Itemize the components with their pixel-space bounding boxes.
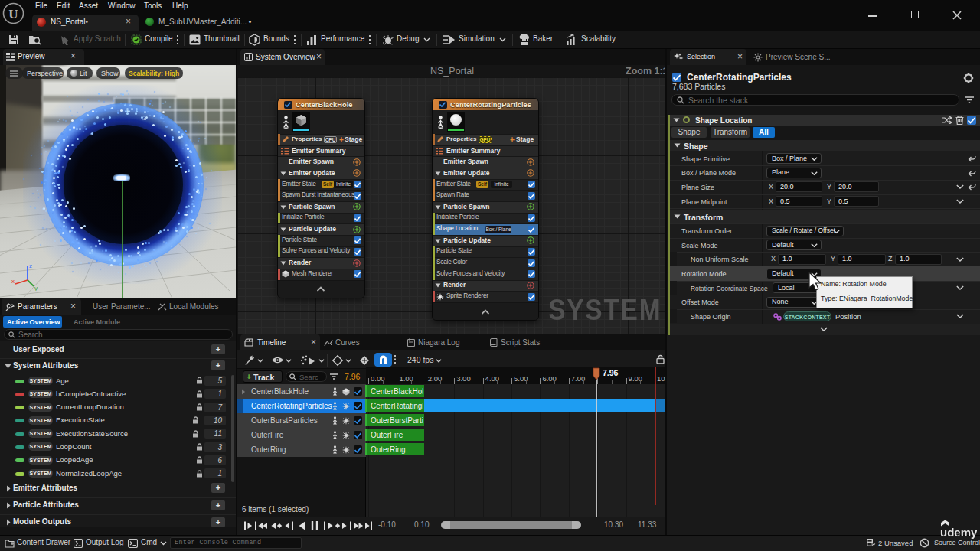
svg-text:udemy: udemy xyxy=(940,526,977,539)
svg-text:z: z xyxy=(29,262,32,269)
svg-text:U: U xyxy=(8,7,18,21)
svg-text:x: x xyxy=(11,278,15,285)
svg-text:y: y xyxy=(34,285,38,291)
